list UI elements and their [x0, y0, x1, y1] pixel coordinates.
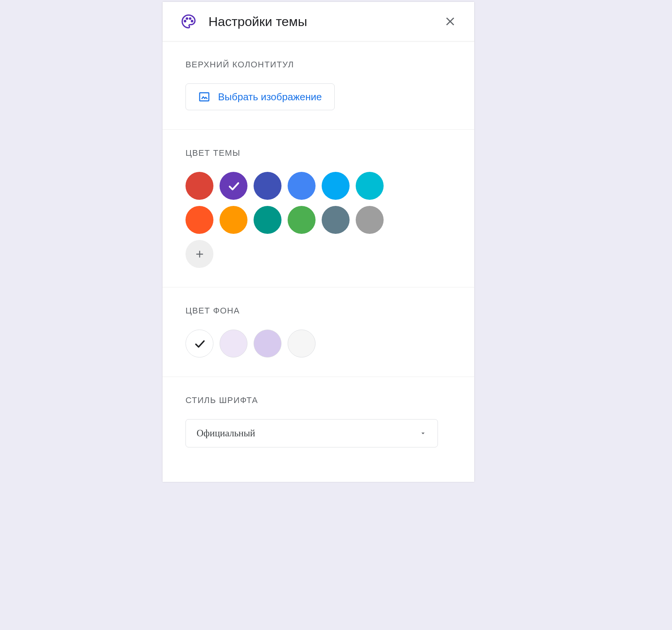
theme-color-swatch-0[interactable] — [185, 172, 213, 200]
theme-color-swatch-6[interactable] — [185, 206, 213, 234]
add-custom-color-button[interactable] — [185, 240, 213, 268]
theme-color-swatch-9[interactable] — [288, 206, 316, 234]
background-color-swatch-2[interactable] — [254, 330, 281, 357]
theme-color-swatch-7[interactable] — [220, 206, 247, 234]
section-theme-color: ЦВЕТ ТЕМЫ — [163, 130, 474, 287]
theme-color-swatch-8[interactable] — [254, 206, 281, 234]
svg-point-2 — [190, 18, 191, 19]
svg-point-0 — [184, 21, 185, 22]
check-icon — [193, 337, 206, 350]
font-style-select[interactable]: Официальный — [185, 419, 438, 447]
choose-image-label: Выбрать изображение — [218, 91, 322, 103]
theme-settings-panel: Настройки темы ВЕРХНИЙ КОЛОНТИТУЛ Выбрат… — [163, 2, 474, 482]
section-header-image: ВЕРХНИЙ КОЛОНТИТУЛ Выбрать изображение — [163, 41, 474, 130]
section-label-background-color: ЦВЕТ ФОНА — [185, 306, 451, 316]
section-label-header: ВЕРХНИЙ КОЛОНТИТУЛ — [185, 60, 451, 70]
section-font-style: СТИЛЬ ШРИФТА Официальный — [163, 377, 474, 482]
close-icon — [444, 15, 456, 28]
palette-icon — [181, 14, 196, 29]
section-label-theme-color: ЦВЕТ ТЕМЫ — [185, 148, 451, 158]
section-label-font-style: СТИЛЬ ШРИФТА — [185, 395, 451, 405]
panel-header: Настройки темы — [163, 2, 474, 41]
close-button[interactable] — [441, 13, 459, 30]
svg-point-3 — [192, 21, 193, 22]
image-icon — [198, 91, 210, 103]
theme-color-swatch-2[interactable] — [254, 172, 281, 200]
theme-color-swatch-4[interactable] — [322, 172, 350, 200]
section-background-color: ЦВЕТ ФОНА — [163, 287, 474, 377]
theme-color-swatches — [185, 172, 400, 268]
theme-color-swatch-10[interactable] — [322, 206, 350, 234]
svg-rect-6 — [200, 93, 209, 101]
theme-color-swatch-5[interactable] — [356, 172, 384, 200]
plus-icon — [194, 248, 205, 260]
theme-color-swatch-11[interactable] — [356, 206, 384, 234]
svg-point-1 — [186, 18, 187, 19]
theme-color-swatch-3[interactable] — [288, 172, 316, 200]
theme-color-swatch-1[interactable] — [220, 172, 247, 200]
check-icon — [227, 179, 241, 193]
background-color-swatch-3[interactable] — [288, 330, 316, 357]
choose-image-button[interactable]: Выбрать изображение — [185, 83, 335, 110]
background-color-swatch-0[interactable] — [185, 330, 213, 357]
background-color-swatch-1[interactable] — [220, 330, 247, 357]
font-style-selected: Официальный — [197, 428, 255, 439]
panel-title: Настройки темы — [208, 14, 441, 29]
dropdown-icon — [419, 429, 427, 437]
background-color-swatches — [185, 330, 400, 357]
